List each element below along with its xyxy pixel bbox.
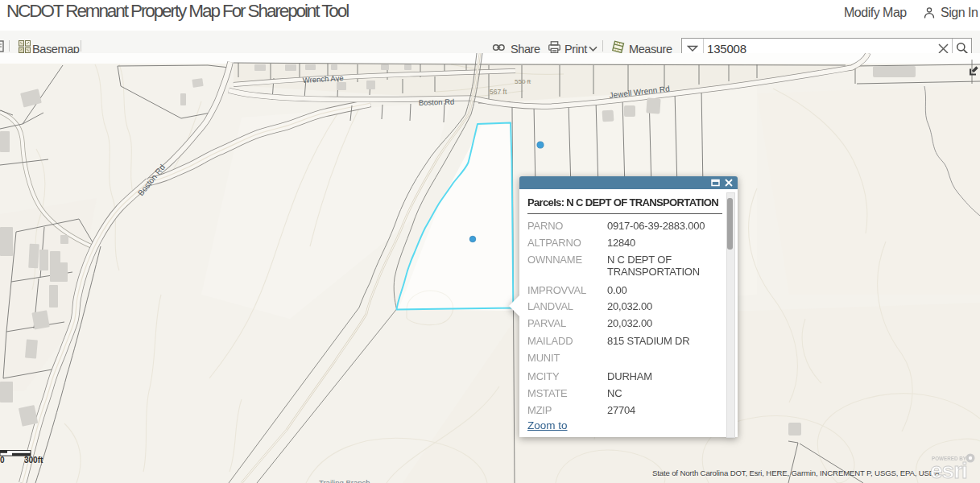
svg-text:567 ft: 567 ft (490, 88, 507, 96)
svg-text:State of North Carolina DOT, E: State of North Carolina DOT, Esri, HERE,… (652, 469, 941, 477)
svg-text:0: 0 (0, 456, 5, 464)
svg-text:esri: esri (930, 458, 967, 483)
svg-text:550 ft: 550 ft (515, 78, 531, 85)
svg-text:300ft: 300ft (24, 456, 43, 464)
svg-text:Trailing Branch: Trailing Branch (319, 478, 370, 483)
svg-text:Boston Rd: Boston Rd (419, 97, 455, 107)
